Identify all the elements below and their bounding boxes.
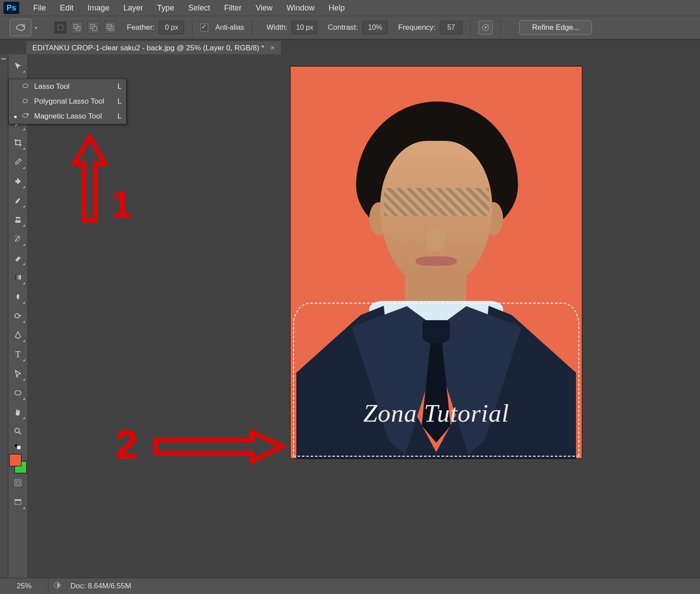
workspace: ▸▸ T Lasso [0,54,700,578]
document-canvas[interactable]: Zona Tutorial [290,66,582,458]
frequency-label: Frequency: [398,23,435,32]
document-tab-title: EDITANKU CROP-1-clear saku2 - back.jpg @… [32,44,264,52]
menu-view[interactable]: View [248,3,280,13]
crop-tool-icon[interactable] [10,135,26,150]
menu-type[interactable]: Type [150,3,181,13]
eraser-tool-icon[interactable] [10,250,26,266]
menu-select[interactable]: Select [181,3,217,13]
history-brush-tool-icon[interactable] [10,231,26,247]
annotation-number-2: 2 [116,422,138,468]
eyedropper-tool-icon[interactable] [10,154,26,170]
menu-layer[interactable]: Layer [116,3,150,13]
menu-filter[interactable]: Filter [217,3,248,13]
lasso-flyout-menu: Lasso Tool L Polygonal Lasso Tool L ■ Ma… [8,79,126,124]
refine-edge-button[interactable]: Refine Edge... [519,20,592,35]
tool-preset-dropdown-icon[interactable]: ▾ [35,25,39,30]
move-tool-icon[interactable] [10,58,26,73]
svg-rect-1 [58,25,63,30]
feather-input[interactable] [159,21,184,34]
default-colors-icon[interactable] [10,443,26,451]
blur-tool-icon[interactable] [10,289,26,304]
photo-eyes-pixelated [384,188,489,216]
antialias-checkbox[interactable] [200,24,208,31]
dodge-tool-icon[interactable] [10,308,26,324]
separator [192,19,192,36]
path-selection-tool-icon[interactable] [10,366,26,381]
svg-rect-16 [15,275,21,280]
width-input[interactable] [292,21,317,34]
gradient-tool-icon[interactable] [10,269,26,285]
svg-rect-5 [93,27,97,31]
screen-mode-icon[interactable] [10,494,26,510]
photo-nose [426,227,445,252]
brush-tool-icon[interactable] [10,192,26,208]
annotation-arrow-1 [70,133,109,225]
selection-intersect-icon[interactable] [104,21,116,34]
separator [470,19,471,36]
svg-rect-14 [15,220,21,223]
svg-rect-15 [16,217,20,218]
photo-mouth [416,256,457,266]
menu-help[interactable]: Help [322,3,352,13]
svg-rect-21 [17,446,21,449]
canvas-area[interactable]: Zona Tutorial 1 2 [28,54,700,578]
svg-point-19 [15,428,19,433]
quick-mask-icon[interactable] [10,475,26,491]
pen-tool-icon[interactable] [10,327,26,343]
menu-edit[interactable]: Edit [53,3,80,13]
lasso-icon [20,82,31,91]
svg-rect-6 [107,24,112,29]
zoom-tool-icon[interactable] [10,423,26,439]
pen-pressure-icon[interactable] [479,21,493,35]
status-bar: 25% Doc: 8.64M/6.55M [0,578,700,594]
selection-new-icon[interactable] [54,21,66,34]
svg-rect-7 [109,26,113,31]
type-tool-icon[interactable]: T [10,346,26,362]
svg-rect-22 [15,480,21,486]
flyout-lasso-tool[interactable]: Lasso Tool L [9,79,126,94]
current-tool-preset[interactable] [10,19,32,36]
menu-window[interactable]: Window [280,3,322,13]
frequency-input[interactable] [440,21,462,34]
status-zoom[interactable]: 25% [0,578,49,594]
svg-rect-13 [17,178,19,184]
separator [500,19,501,36]
photo-tie-knot [423,320,450,343]
svg-point-18 [15,391,21,395]
svg-rect-25 [15,500,21,501]
close-tab-icon[interactable]: × [270,44,275,52]
selection-add-icon[interactable] [71,21,83,34]
app-logo: Ps [4,2,19,14]
svg-point-23 [16,481,20,485]
status-preview-icon[interactable] [49,581,66,591]
expand-panels-icon[interactable]: ▸▸ [0,54,8,578]
hand-tool-icon[interactable] [10,404,26,420]
healing-brush-tool-icon[interactable] [10,173,26,189]
annotation-arrow-2 [151,427,287,466]
annotation-number-1: 1 [111,183,132,226]
shape-tool-icon[interactable] [10,385,26,401]
svg-point-9 [485,27,486,28]
menu-image[interactable]: Image [80,3,116,13]
svg-point-17 [15,314,19,318]
tools-panel: T Lasso Tool L Polygonal Lasso Tool L [8,54,28,578]
watermark-text: Zona Tutorial [290,398,582,428]
width-label: Width: [266,23,287,32]
menu-bar: Ps File Edit Image Layer Type Select Fil… [0,0,700,16]
menu-file[interactable]: File [26,3,53,13]
color-swatches[interactable] [9,454,27,473]
options-bar: ▾ Feather: Anti-alias Width: Contrast: F… [0,16,700,39]
contrast-input[interactable] [362,21,388,34]
flyout-magnetic-lasso-tool[interactable]: ■ Magnetic Lasso Tool L [9,109,126,124]
contrast-label: Contrast: [328,23,358,32]
document-tab[interactable]: EDITANKU CROP-1-clear saku2 - back.jpg @… [26,41,281,55]
separator [252,19,252,36]
antialias-label: Anti-alias [215,24,244,31]
status-doc-size[interactable]: Doc: 8.64M/6.55M [66,582,131,591]
foreground-color-swatch[interactable] [9,454,21,466]
magnetic-lasso-icon [20,112,31,121]
selection-subtract-icon[interactable] [88,21,100,34]
flyout-polygonal-lasso-tool[interactable]: Polygonal Lasso Tool L [9,94,126,109]
clone-stamp-tool-icon[interactable] [10,212,26,227]
document-tab-strip: EDITANKU CROP-1-clear saku2 - back.jpg @… [0,39,700,56]
